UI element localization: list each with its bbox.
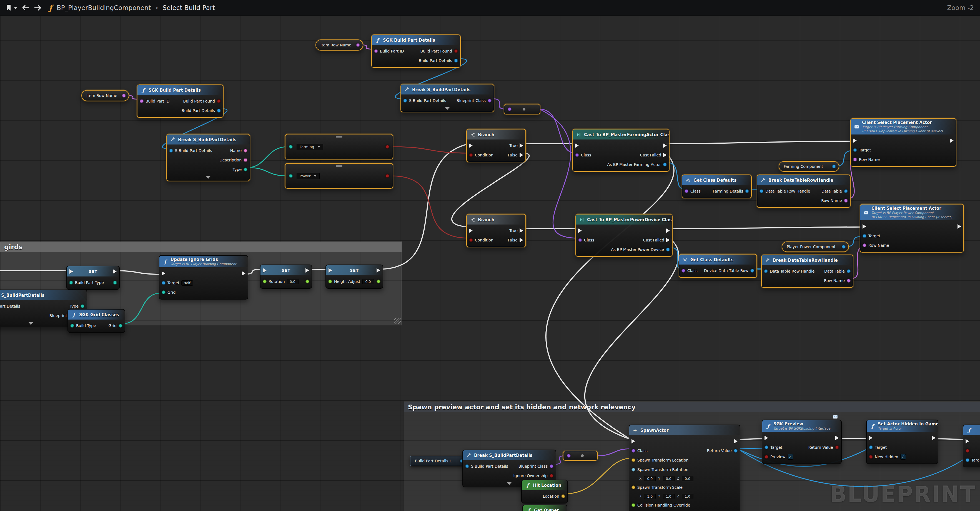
node-header[interactable]: Break S_BuildPartDetails bbox=[463, 450, 556, 460]
node-header[interactable]: ƒSet Actor Hidden In GameTarget is Actor bbox=[867, 420, 938, 432]
device-data-table-row-pin[interactable]: Device Data Table Row bbox=[704, 268, 756, 273]
false-pin[interactable]: False bbox=[508, 238, 525, 242]
exec-pin[interactable] bbox=[467, 228, 473, 233]
spawn-actor[interactable]: SpawnActorClassReturn ValueSpawn Transfo… bbox=[629, 425, 740, 511]
fn-hit-location[interactable]: ƒHit LocationLocation bbox=[521, 480, 568, 503]
data-wire[interactable] bbox=[247, 168, 288, 176]
pill-player-power-component[interactable]: Player Power Component bbox=[782, 241, 849, 252]
enum-eq-power[interactable]: Power bbox=[285, 163, 393, 188]
exec-pin[interactable] bbox=[666, 228, 672, 233]
node-header[interactable]: Break DataTableRowHandle bbox=[757, 175, 850, 185]
spawn-transform-location-pin[interactable]: Spawn Transform Location bbox=[629, 458, 689, 462]
node-header[interactable]: Break DataTableRowHandle bbox=[762, 255, 853, 265]
type-pin[interactable]: Type bbox=[70, 304, 87, 308]
node-header[interactable]: Client Select Placement ActorTarget is B… bbox=[860, 204, 963, 220]
exec-pin[interactable] bbox=[932, 436, 938, 440]
data-wire[interactable] bbox=[247, 147, 288, 168]
out-pin[interactable] bbox=[377, 279, 383, 283]
fn-sgk-build-part-details-1[interactable]: ƒSGK Build Part DetailsBuild Part IDBuil… bbox=[137, 85, 224, 118]
data-wire[interactable] bbox=[391, 147, 469, 153]
target-pin[interactable]: Target bbox=[867, 445, 887, 450]
exec-pin[interactable] bbox=[835, 436, 841, 440]
cast-to-bp-masterpowerdevice[interactable]: Cast To BP_MasterPowerDevice ClassClassC… bbox=[575, 214, 673, 257]
data-table-row-handle-pin[interactable]: Data Table Row Handle bbox=[762, 269, 815, 273]
output-pin[interactable] bbox=[385, 174, 389, 178]
collapse-chevron[interactable] bbox=[445, 107, 450, 110]
node-header[interactable]: Branch bbox=[467, 214, 525, 225]
out-pin[interactable] bbox=[113, 281, 119, 284]
exec-out-icon[interactable] bbox=[377, 268, 380, 273]
target-pin[interactable]: Target bbox=[860, 234, 880, 238]
target-pin[interactable]: Targetself bbox=[159, 280, 193, 286]
node-right-partial[interactable]: ƒTarget bbox=[963, 425, 980, 467]
get-class-defaults-power[interactable]: Get Class DefaultsClassDevice Data Table… bbox=[679, 254, 757, 278]
spawn-transform-scale-pin[interactable]: Spawn Transform Scale bbox=[629, 485, 682, 490]
node-header[interactable]: SET bbox=[326, 265, 383, 275]
node-header[interactable]: ƒ bbox=[963, 425, 980, 435]
s-build-part-details-pin[interactable]: S Build Part Details bbox=[167, 149, 212, 153]
reroute-1[interactable] bbox=[504, 104, 540, 115]
cast-failed-pin[interactable]: Cast Failed bbox=[643, 238, 672, 242]
output-pin[interactable] bbox=[122, 94, 126, 97]
build-part-type-pin[interactable]: Build Part Type bbox=[67, 280, 104, 285]
node-header[interactable]: Client Select Placement ActorTarget is B… bbox=[851, 119, 956, 134]
as-bp-master-farming-actor-pin[interactable]: As BP Master Farming Actor bbox=[607, 162, 669, 167]
client-select-placement-actor-power[interactable]: Client Select Placement ActorTarget is B… bbox=[860, 204, 964, 252]
break-datatablerowhandle-power[interactable]: Break DataTableRowHandleData Table Row H… bbox=[761, 254, 853, 288]
node-header[interactable]: ƒSGK PreviewTarget is BP SGKBuilding Int… bbox=[762, 420, 841, 432]
class-pin[interactable]: Class bbox=[629, 449, 648, 453]
checkbox[interactable]: ✓ bbox=[788, 454, 793, 460]
break-sbpd-top[interactable]: Break S_BuildPartDetailsS Build Part Det… bbox=[401, 84, 494, 112]
exec-in-icon[interactable] bbox=[329, 268, 332, 273]
build-part-details-pin[interactable]: Build Part Details bbox=[181, 109, 223, 113]
exec-pin[interactable] bbox=[958, 224, 963, 229]
value-box[interactable]: 0.0 bbox=[287, 279, 299, 284]
pill-build-part-details-l[interactable]: Build Part Details L bbox=[410, 456, 467, 466]
build-part-details-pin[interactable]: Build Part Details bbox=[419, 58, 460, 63]
checkbox[interactable]: ✓ bbox=[900, 454, 906, 460]
pill-item-row-name-2[interactable]: Item Row Name bbox=[315, 40, 363, 51]
exec-pin[interactable] bbox=[573, 144, 579, 148]
height-adjust-pin[interactable]: Height Adjust0.0 bbox=[326, 279, 374, 284]
class-pin[interactable]: Class bbox=[682, 189, 701, 193]
build-part-found-pin[interactable]: Build Part Found bbox=[183, 99, 223, 103]
node-header[interactable]: ƒUpdate Ignore GridsTarget is BP Player … bbox=[159, 256, 248, 267]
data-wire[interactable] bbox=[540, 109, 575, 153]
data-wire[interactable] bbox=[540, 109, 578, 238]
resize-grip[interactable] bbox=[394, 318, 401, 324]
exec-pin[interactable] bbox=[950, 138, 956, 143]
set-rotation[interactable]: SETRotation0.0 bbox=[260, 265, 312, 289]
fn-sgk-build-part-details-2[interactable]: ƒSGK Build Part DetailsBuild Part IDBuil… bbox=[371, 34, 461, 68]
ignore-ownership-pin[interactable]: Ignore Ownership bbox=[513, 473, 556, 478]
caret-down-icon[interactable] bbox=[14, 7, 17, 9]
condition-pin[interactable]: Condition bbox=[467, 238, 493, 242]
exec-pin[interactable] bbox=[242, 271, 248, 276]
exec-pin[interactable] bbox=[629, 439, 635, 444]
collapse-chevron[interactable] bbox=[29, 323, 33, 325]
branch-1[interactable]: BranchTrueConditionFalse bbox=[466, 129, 526, 162]
node-header[interactable]: Branch bbox=[467, 129, 525, 139]
build-part-id-pin[interactable]: Build Part ID bbox=[137, 99, 170, 103]
exec-pin[interactable] bbox=[860, 224, 866, 229]
exec-pin[interactable] bbox=[851, 138, 857, 143]
node-header[interactable]: Break S_BuildPartDetails bbox=[401, 85, 494, 94]
class-pin[interactable]: Class bbox=[573, 153, 591, 157]
break-datatablerowhandle-farming[interactable]: Break DataTableRowHandleData Table Row H… bbox=[757, 174, 851, 208]
forward-arrow-icon[interactable] bbox=[34, 5, 41, 11]
set-build-part-type[interactable]: SETBuild Part Type bbox=[66, 266, 120, 290]
new-hidden-pin[interactable]: New Hidden✓ bbox=[867, 454, 906, 460]
output-pin[interactable] bbox=[832, 164, 836, 168]
true-pin[interactable]: True bbox=[509, 228, 525, 233]
node-header[interactable]: Get Class Defaults bbox=[682, 175, 751, 185]
row-name-pin[interactable]: Row Name bbox=[824, 278, 853, 283]
exec-in-icon[interactable] bbox=[263, 268, 267, 273]
exec-out-icon[interactable] bbox=[113, 269, 117, 274]
node-header[interactable]: Break S_BuildPartDetails bbox=[0, 290, 87, 300]
in-pin[interactable] bbox=[963, 449, 969, 453]
exec-out-icon[interactable] bbox=[305, 268, 309, 273]
return-value-pin[interactable]: Return Value bbox=[707, 449, 740, 453]
enum-dropdown[interactable]: Power bbox=[297, 173, 320, 179]
exec-wire[interactable] bbox=[669, 227, 862, 229]
breadcrumb-root[interactable]: BP_PlayerBuildingComponent bbox=[57, 4, 151, 11]
preview-pin[interactable]: Preview✓ bbox=[762, 454, 793, 460]
